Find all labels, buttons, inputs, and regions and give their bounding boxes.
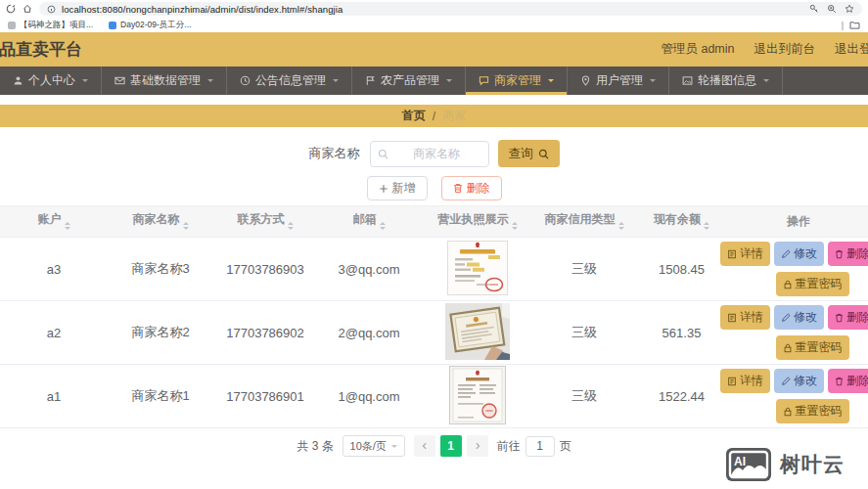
search-input-wrap xyxy=(370,141,489,167)
cell-phone: 17703786903 xyxy=(213,238,317,301)
document-icon xyxy=(727,377,737,386)
site-info-icon[interactable] xyxy=(47,5,56,14)
business-license-image[interactable] xyxy=(445,303,510,360)
col-header-account[interactable]: 账户 xyxy=(0,206,108,238)
detail-button[interactable]: 详情 xyxy=(720,242,770,266)
query-button[interactable]: 查询 xyxy=(498,140,560,167)
sort-icon[interactable] xyxy=(380,219,386,233)
leafcloud-logo-icon: AI xyxy=(725,447,772,482)
trash-icon xyxy=(835,313,844,323)
search-icon xyxy=(538,149,549,159)
sort-icon[interactable] xyxy=(183,219,189,233)
prev-page-button[interactable] xyxy=(414,435,435,457)
cell-account: a2 xyxy=(0,301,108,365)
page-number-button[interactable]: 1 xyxy=(440,435,462,457)
sort-icon[interactable] xyxy=(512,219,518,233)
next-page-button[interactable] xyxy=(467,435,488,457)
col-header-email[interactable]: 邮箱 xyxy=(317,206,421,238)
breadcrumb-home[interactable]: 首页 xyxy=(402,108,426,124)
trash-icon xyxy=(835,249,844,259)
location-pin-icon xyxy=(580,75,591,86)
bookmark-star-icon[interactable] xyxy=(845,4,854,14)
trash-icon xyxy=(453,183,463,194)
screen: localhost:8080/nongchanpinzhimai/admin/d… xyxy=(0,0,868,489)
other-bookmarks-folder-icon[interactable] xyxy=(849,21,860,29)
reset-password-button[interactable]: 重置密码 xyxy=(776,399,849,423)
col-header-name[interactable]: 商家名称 xyxy=(108,206,213,238)
reset-password-button[interactable]: 重置密码 xyxy=(776,335,849,360)
cell-actions: 详情 修改 删除 重置密码 xyxy=(729,238,868,301)
col-header-phone[interactable]: 联系方式 xyxy=(213,206,317,238)
col-header-license[interactable]: 营业执照展示 xyxy=(421,206,534,238)
chevron-down-icon xyxy=(650,79,656,85)
page-size-select[interactable]: 10条/页 xyxy=(343,435,405,457)
nav-item-announcements[interactable]: 公告信息管理 xyxy=(227,67,352,95)
logout-link[interactable]: 退出登录 xyxy=(835,41,868,58)
add-button[interactable]: 新增 xyxy=(367,176,428,200)
nav-item-carousel[interactable]: 轮播图信息 xyxy=(669,67,783,95)
edit-button[interactable]: 修改 xyxy=(774,369,824,393)
chevron-down-icon xyxy=(82,79,88,85)
detail-button[interactable]: 详情 xyxy=(720,369,770,393)
zoom-icon[interactable] xyxy=(827,4,837,14)
cell-credit: 三级 xyxy=(534,238,634,301)
col-header-actions: 操作 xyxy=(729,206,868,238)
search-label: 商家名称 xyxy=(309,145,360,162)
sort-icon[interactable] xyxy=(288,219,294,233)
table-toolbar: 新增 删除 xyxy=(0,176,868,200)
cell-email: 2@qq.com xyxy=(317,301,421,365)
bookmarks-bar: 【码神之路】项目... Day02-09-员工分... | xyxy=(0,18,868,32)
nav-item-products[interactable]: 农产品管理 xyxy=(352,67,466,95)
address-bar[interactable]: localhost:8080/nongchanpinzhimai/admin/d… xyxy=(39,2,862,16)
logout-to-front-link[interactable]: 退出到前台 xyxy=(754,41,816,58)
row-delete-button[interactable]: 删除 xyxy=(828,369,868,393)
bookmarks-divider: | xyxy=(842,21,844,30)
edit-button[interactable]: 修改 xyxy=(774,242,824,266)
search-input[interactable] xyxy=(392,147,481,160)
key-icon xyxy=(783,343,793,353)
trash-icon xyxy=(835,377,844,386)
bookmark-item[interactable]: 【码神之路】项目... xyxy=(8,20,93,31)
cell-balance: 1508.45 xyxy=(634,238,729,301)
nav-item-base-data[interactable]: 基础数据管理 xyxy=(102,67,227,95)
chevron-down-icon xyxy=(446,79,452,85)
col-header-balance[interactable]: 现有余额 xyxy=(634,206,729,238)
row-delete-button[interactable]: 删除 xyxy=(828,242,868,266)
cell-account: a1 xyxy=(0,365,108,428)
goto-page-input[interactable] xyxy=(525,436,555,457)
table-header-row: 账户 商家名称 联系方式 邮箱 营业执照展示 商家信用类型 现有余额 操作 xyxy=(0,206,868,238)
reload-icon[interactable] xyxy=(6,4,16,14)
picture-icon xyxy=(682,75,693,86)
sort-icon[interactable] xyxy=(704,219,709,233)
business-license-image[interactable] xyxy=(447,241,508,295)
merchants-table: 账户 商家名称 联系方式 邮箱 营业执照展示 商家信用类型 现有余额 操作 a3… xyxy=(0,205,868,428)
password-key-icon[interactable] xyxy=(809,4,819,14)
col-header-credit[interactable]: 商家信用类型 xyxy=(534,206,634,238)
delete-button[interactable]: 删除 xyxy=(441,176,502,200)
chevron-down-icon xyxy=(207,79,213,85)
pencil-icon xyxy=(781,313,791,323)
pencil-icon xyxy=(781,249,791,259)
nav-item-personal-center[interactable]: 个人中心 xyxy=(0,67,102,95)
cell-account: a3 xyxy=(0,238,108,301)
bookmark-item[interactable]: Day02-09-员工分... xyxy=(109,20,191,31)
nav-item-merchants[interactable]: 商家管理 xyxy=(466,67,568,95)
sort-icon[interactable] xyxy=(65,219,70,233)
chevron-down-icon xyxy=(391,445,397,451)
business-license-image[interactable] xyxy=(449,366,506,424)
edit-button[interactable]: 修改 xyxy=(774,305,824,330)
chevron-down-icon xyxy=(548,79,554,85)
nav-item-users[interactable]: 用户管理 xyxy=(568,67,669,95)
watermark-brand: 树叶云 xyxy=(780,451,845,478)
reset-password-button[interactable]: 重置密码 xyxy=(776,272,849,296)
search-icon xyxy=(378,149,388,159)
cell-phone: 17703786901 xyxy=(213,365,317,428)
cell-actions: 详情 修改 删除 重置密码 xyxy=(729,301,868,365)
cell-email: 1@qq.com xyxy=(317,365,421,428)
breadcrumb: 首页 / 商家 xyxy=(0,105,868,127)
cell-credit: 三级 xyxy=(534,301,634,365)
row-delete-button[interactable]: 删除 xyxy=(828,305,868,330)
home-icon[interactable] xyxy=(23,4,32,14)
sort-icon[interactable] xyxy=(618,219,624,233)
detail-button[interactable]: 详情 xyxy=(720,305,770,330)
